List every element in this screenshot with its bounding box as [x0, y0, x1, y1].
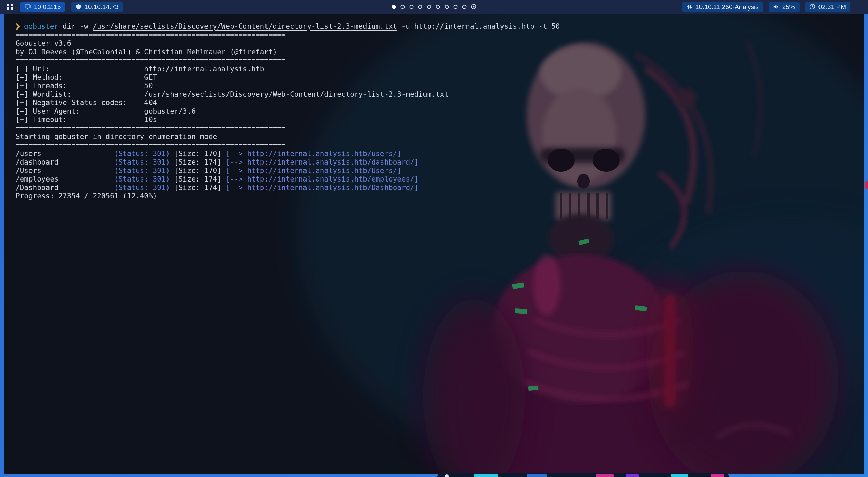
- terminal-text-segment: [+] Method: GET: [16, 73, 157, 81]
- terminal-text-segment: /Dashboard: [16, 184, 114, 192]
- prompt-chevron: [16, 23, 20, 30]
- terminal-text-segment: (Status: 301): [114, 175, 170, 183]
- terminal-text-segment: Progress: 27354 / 220561 (12.40%): [16, 192, 157, 200]
- vpn-ip-chip[interactable]: 10.10.14.73: [71, 2, 123, 12]
- dock-item[interactable]: [474, 474, 498, 477]
- terminal-window[interactable]: gobuster dir -w /usr/share/seclists/Disc…: [4, 14, 864, 474]
- dock[interactable]: [437, 473, 729, 477]
- terminal-text-segment: [+] Timeout: 10s: [16, 116, 157, 124]
- terminal-text-segment: [Size: 174]: [170, 158, 225, 166]
- terminal-text-segment: ========================================…: [16, 141, 286, 149]
- terminal-line: /Dashboard (Status: 301) [Size: 174] [--…: [16, 184, 864, 192]
- terminal-line: ========================================…: [16, 124, 864, 133]
- terminal-text-segment: (Status: 301): [114, 167, 170, 175]
- terminal-line: ========================================…: [16, 31, 864, 39]
- terminal-line: [+] Method: GET: [16, 73, 864, 82]
- dock-item[interactable]: [626, 474, 639, 477]
- target-machine-label: 10.10.11.250-Analysis: [695, 4, 759, 10]
- terminal-text-segment: (Status: 301): [114, 150, 170, 158]
- network-ip-label: 10.0.2.15: [34, 4, 61, 10]
- terminal-text-segment: [--> http://internal.analysis.htb/dashbo…: [226, 158, 419, 166]
- terminal-line: /employees (Status: 301) [Size: 174] [--…: [16, 175, 864, 184]
- terminal-text-segment: (Status: 301): [114, 184, 170, 192]
- workspace-switcher[interactable]: [392, 4, 476, 9]
- terminal-text-segment: ========================================…: [16, 31, 286, 39]
- terminal-text-segment: /users: [16, 150, 114, 158]
- workspace-dot[interactable]: [410, 5, 414, 9]
- terminal-text-segment: [+] User Agent: gobuster/3.6: [16, 107, 196, 115]
- terminal-text-segment: [Size: 170]: [170, 150, 225, 158]
- terminal-text-segment: [+] Threads: 50: [16, 82, 153, 90]
- terminal-line: Starting gobuster in directory enumerati…: [16, 133, 864, 141]
- terminal-text-segment: /employees: [16, 175, 114, 183]
- app-menu-icon[interactable]: [7, 4, 13, 10]
- terminal-text-segment: (Status: 301): [114, 158, 170, 166]
- vpn-ip-label: 10.10.14.73: [84, 4, 118, 10]
- terminal-text-segment: [--> http://internal.analysis.htb/employ…: [226, 175, 419, 183]
- workspace-dot[interactable]: [418, 5, 422, 9]
- terminal-line: [+] Url: http://internal.analysis.htb: [16, 65, 864, 73]
- workspace-dot[interactable]: [436, 5, 440, 9]
- terminal-text-segment: Gobuster v3.6: [16, 39, 71, 47]
- dock-item[interactable]: [596, 474, 614, 477]
- terminal-output: gobuster dir -w /usr/share/seclists/Disc…: [4, 14, 864, 201]
- workspace-dot[interactable]: [454, 5, 458, 9]
- display-icon: [24, 4, 31, 10]
- clock-chip[interactable]: 02:31 PM: [805, 2, 850, 12]
- workspace-dot[interactable]: [462, 5, 467, 9]
- terminal-text-segment: [+] Wordlist: /usr/share/seclists/Discov…: [16, 90, 449, 98]
- vpn-arrows-icon: [687, 4, 692, 10]
- volume-label: 25%: [782, 4, 795, 10]
- terminal-text-segment: [--> http://internal.analysis.htb/Users/…: [226, 167, 401, 175]
- shield-icon: [76, 4, 81, 10]
- terminal-text-segment: /dashboard: [16, 158, 114, 166]
- workspace-special-icon[interactable]: [471, 4, 476, 9]
- terminal-line: [+] Negative Status codes: 404: [16, 99, 864, 107]
- target-machine-chip[interactable]: 10.10.11.250-Analysis: [682, 2, 763, 12]
- terminal-line: by OJ Reeves (@TheColonial) & Christian …: [16, 48, 864, 56]
- terminal-line: [+] Threads: 50: [16, 82, 864, 90]
- terminal-text-segment: /Users: [16, 167, 114, 175]
- terminal-line: Progress: 27354 / 220561 (12.40%): [16, 192, 864, 201]
- terminal-text-segment: [Size: 170]: [170, 167, 225, 175]
- clock-icon: [809, 4, 815, 10]
- edge-notification[interactable]: [865, 181, 868, 189]
- panel-right-group: 10.10.11.250-Analysis 25% 02:31 PM: [682, 2, 850, 12]
- dock-item[interactable]: [711, 474, 724, 477]
- workspace-dot[interactable]: [392, 5, 396, 9]
- terminal-text-segment: /usr/share/seclists/Discovery/Web-Conten…: [93, 22, 397, 31]
- volume-chip[interactable]: 25%: [769, 2, 800, 12]
- terminal-text-segment: [--> http://internal.analysis.htb/users/…: [226, 150, 401, 158]
- dock-item[interactable]: [671, 474, 688, 477]
- terminal-text-segment: dir -w: [58, 22, 93, 31]
- terminal-line: [+] Wordlist: /usr/share/seclists/Discov…: [16, 90, 864, 99]
- dock-item[interactable]: [445, 474, 449, 477]
- terminal-text-segment: gobuster: [24, 22, 58, 31]
- terminal-line: /dashboard (Status: 301) [Size: 174] [--…: [16, 158, 864, 167]
- volume-icon: [773, 4, 779, 10]
- dock-item[interactable]: [527, 474, 547, 477]
- terminal-text-segment: by OJ Reeves (@TheColonial) & Christian …: [16, 48, 277, 56]
- terminal-line: ========================================…: [16, 56, 864, 65]
- terminal-text-segment: [+] Negative Status codes: 404: [16, 99, 157, 107]
- terminal-line: Gobuster v3.6: [16, 39, 864, 48]
- terminal-text-segment: Starting gobuster in directory enumerati…: [16, 133, 217, 141]
- top-panel: 10.0.2.15 10.10.14.73 10.10.11.250-Analy…: [0, 0, 868, 14]
- terminal-text-segment: [+] Url: http://internal.analysis.htb: [16, 65, 264, 73]
- terminal-text-segment: ========================================…: [16, 56, 286, 64]
- terminal-text-segment: [Size: 174]: [170, 184, 225, 192]
- terminal-line: [+] Timeout: 10s: [16, 116, 864, 124]
- workspace-dot[interactable]: [401, 5, 405, 9]
- workspace-dot[interactable]: [427, 5, 431, 9]
- terminal-text-segment: ========================================…: [16, 124, 286, 132]
- terminal-line: gobuster dir -w /usr/share/seclists/Disc…: [16, 22, 864, 31]
- clock-label: 02:31 PM: [818, 4, 846, 10]
- terminal-text-segment: -u http://internal.analysis.htb -t 50: [397, 22, 560, 31]
- terminal-line: /users (Status: 301) [Size: 170] [--> ht…: [16, 150, 864, 158]
- terminal-text-segment: [Size: 174]: [170, 175, 225, 183]
- terminal-text-segment: [--> http://internal.analysis.htb/Dashbo…: [226, 184, 419, 192]
- network-ip-chip[interactable]: 10.0.2.15: [20, 2, 65, 12]
- terminal-line: ========================================…: [16, 141, 864, 150]
- terminal-line: /Users (Status: 301) [Size: 170] [--> ht…: [16, 167, 864, 175]
- workspace-dot[interactable]: [445, 5, 449, 9]
